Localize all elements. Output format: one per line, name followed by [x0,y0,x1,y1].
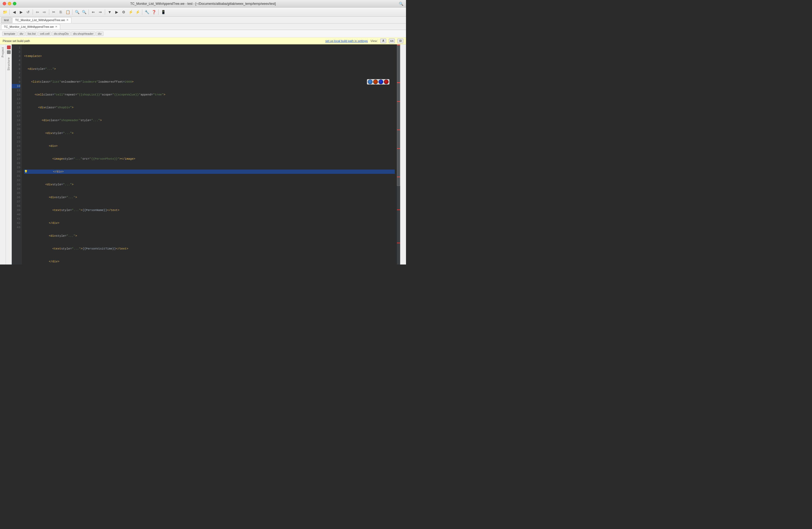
ln-39: 39 [12,208,20,212]
replace-button[interactable]: 🔍 [81,9,87,15]
ln-9: 9 [12,80,20,84]
debug-button[interactable]: ⚡ [127,9,134,15]
warning-bar: Please set build path set up local build… [0,38,406,44]
structure-toggle-icon[interactable] [7,50,11,54]
chrome-icon [368,79,373,84]
active-tab-close-icon[interactable]: ✕ [55,25,57,28]
ln-4: 4 [12,58,20,62]
build-path-link[interactable]: set up local build path in settings [325,39,368,43]
breadcrumb-cell[interactable]: cell.cell [38,32,52,36]
code-line-13: <text style="...">{{PersonName}}</text> [24,208,395,212]
back-button[interactable]: ◀ [11,9,17,15]
ln-35: 35 [12,191,20,195]
structure-error-icon[interactable] [7,45,11,49]
ln-24: 24 [12,144,20,148]
device-button[interactable]: 📱 [160,9,166,15]
ln-2: 2 [12,50,20,54]
dropdown-button[interactable]: ▼ [106,9,113,15]
folder-icon[interactable]: 📁 [2,9,8,15]
active-file-tab[interactable]: TC_Monitor_List_WithAppendTree.we ✕ [1,24,60,29]
minimize-button[interactable] [8,2,11,5]
view-AA-button[interactable]: AA [389,39,395,43]
breadcrumb-shopHeader[interactable]: div.shopHeader [71,32,95,36]
separator-5 [88,9,89,15]
code-line-17: </div> [24,260,395,264]
ln-6: 6 [12,67,20,71]
separator-3 [49,9,49,15]
view-A-button[interactable]: A [380,39,386,43]
help-button[interactable]: ❓ [150,9,157,15]
project-label: Project [1,47,4,57]
ln-15: 15 [12,105,20,109]
ln-40: 40 [12,212,20,217]
refresh-button[interactable]: ↺ [25,9,31,15]
ln-36: 36 [12,195,20,200]
ln-5: 5 [12,62,20,67]
copy-button[interactable]: ⎘ [58,9,64,15]
ln-26: 26 [12,152,20,157]
ln-14: 14 [12,101,20,105]
code-line-16: <text style="...">{{PersonVisitTime}}</t… [24,247,395,251]
code-content[interactable]: <template> <div style="..."> <list class… [22,44,397,265]
tab-test[interactable]: test [1,17,12,23]
browser-icons [367,79,389,85]
view-grid-button[interactable]: ⊡ [397,39,403,43]
minimap-mark-7 [397,209,400,210]
structure-sidebar: Structure ▷ ▽ △ [6,44,12,265]
settings-button[interactable]: ⚙ [120,9,127,15]
build-button[interactable]: ⚡ [134,9,141,15]
ln-29: 29 [12,165,20,170]
ln-37: 37 [12,200,20,204]
breadcrumb-div2[interactable]: div [96,32,103,36]
cut-button[interactable]: ✂ [50,9,57,15]
redo-button[interactable]: ⇒ [97,9,103,15]
forward-button[interactable]: ▶ [18,9,24,15]
code-line-5: <div class="shopDiv"> [24,105,395,109]
undo-button[interactable]: ⇐ [90,9,97,15]
scroll-thumb[interactable] [397,44,400,186]
tab-close-icon[interactable]: ✕ [66,18,69,21]
ln-21: 21 [12,131,20,135]
ln-19: 19 [12,122,20,127]
code-line-7: <div style="..."> [24,131,395,135]
close-button[interactable] [3,2,6,5]
view-label: View: [371,39,378,43]
ln-23: 23 [12,139,20,144]
separator-7 [142,9,142,15]
ln-43: 43 [12,225,20,230]
structure-label: Structure [7,57,10,71]
find-button[interactable]: 🔍 [74,9,80,15]
minimap[interactable] [397,44,400,265]
breadcrumb-template[interactable]: template [2,32,17,36]
minimap-mark-8 [397,243,400,244]
ln-20: 20 [12,127,20,131]
tools-button[interactable]: 🔧 [144,9,150,15]
toolbar: 📁 ◀ ▶ ↺ ⇦ ⇨ ✂ ⎘ 📋 🔍 🔍 ⇐ ⇒ ▼ ▶ ⚙ ⚡ ⚡ 🔧 ❓ … [0,8,406,17]
file-path-tab: TC_Monitor_List_WithAppendTree.we ✕ [0,24,406,30]
code-line-9: <image style="..." src="{{PersonPhoto}}"… [24,157,395,161]
separator-1 [9,9,10,15]
active-file-label: TC_Monitor_List_WithAppendTree.we [4,25,54,28]
breadcrumb-div[interactable]: div [18,32,25,36]
code-line-11: <div style="..."> [24,182,395,187]
breadcrumb-shopDiv[interactable]: div.shopDiv [52,32,71,36]
ln-18: 18 [12,118,20,122]
favorites-sidebar: Favorites [400,44,406,265]
breadcrumb-list[interactable]: list.list [26,32,38,36]
code-line-15: <div style="..."> [24,234,395,238]
code-line-4: <cell class="cell" repeat="{{shopList}}"… [24,92,395,97]
ln-33: 33 [12,182,20,187]
search-icon[interactable]: 🔍 [399,2,403,6]
nav-forward-button[interactable]: ⇨ [41,9,48,15]
file-tabs: test TC_Monitor_List_WithAppendTree.we ✕ [0,17,406,24]
ln-7: 7 [12,71,20,75]
code-line-3: <list class="list" onloadmore="loadmore"… [24,80,395,84]
tab-main-file[interactable]: TC_Monitor_List_WithAppendTree.we ✕ [12,17,71,23]
ln-8: 8 [12,75,20,80]
run-button[interactable]: ▶ [113,9,120,15]
maximize-button[interactable] [13,2,16,5]
window-controls [3,2,16,5]
paste-button[interactable]: 📋 [64,9,71,15]
nav-back-button[interactable]: ⇦ [34,9,41,15]
code-line-8: <div> [24,144,395,148]
